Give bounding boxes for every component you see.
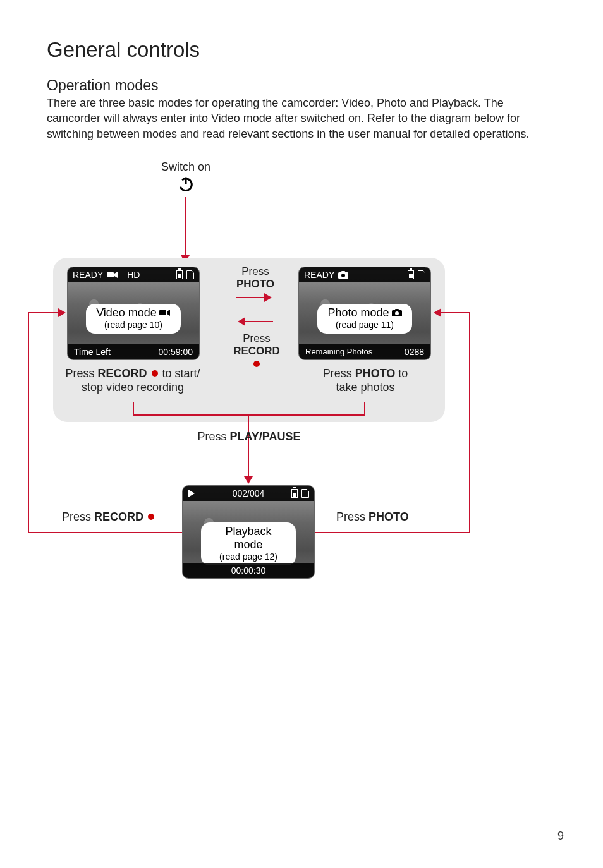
play-icon [188, 490, 195, 497]
record-button-label: RECORD [233, 345, 280, 357]
photo-mode-title: Photo mode [327, 306, 389, 320]
photo-mode-screen: READY Photo mode (read page 11) Remainin… [298, 267, 431, 360]
battery-icon [176, 270, 183, 279]
photo-mode-subtitle: (read page 11) [326, 320, 403, 330]
video-ready-label: READY [73, 270, 103, 280]
arrow-photo-to-video [244, 321, 273, 322]
camera-icon [392, 309, 402, 316]
remaining-photos-value: 0288 [405, 347, 424, 357]
svg-rect-2 [107, 272, 114, 277]
svg-rect-3 [159, 310, 166, 315]
sd-card-icon [418, 270, 425, 279]
switch-on-label: Switch on [161, 160, 210, 173]
flow-line [133, 402, 134, 414]
record-dot-icon [152, 370, 158, 377]
arrow-head-icon [434, 308, 441, 317]
intro-paragraph: There are three basic modes for operatin… [47, 95, 556, 142]
time-left-label: Time Left [74, 347, 111, 357]
flow-line [28, 312, 29, 533]
arrow-head-icon [238, 317, 245, 326]
flow-line [469, 312, 470, 533]
battery-icon [408, 270, 414, 279]
press-photo-side-label: Press PHOTO [336, 510, 409, 523]
time-left-value: 00:59:00 [159, 347, 193, 357]
mode-flow-diagram: Switch on READY HD Video m [47, 167, 556, 622]
sd-card-icon [302, 489, 309, 498]
flow-line [133, 414, 365, 416]
press-label: Press [241, 265, 269, 277]
flow-line [28, 312, 59, 313]
record-dot-icon [253, 361, 260, 367]
video-camera-icon [159, 309, 171, 316]
power-icon [177, 175, 195, 193]
playback-counter: 002/004 [233, 488, 265, 498]
video-camera-icon [107, 271, 118, 279]
svg-rect-5 [341, 271, 345, 273]
flow-line [364, 402, 365, 414]
flow-line [315, 532, 470, 533]
photo-ready-label: READY [304, 270, 334, 280]
svg-rect-8 [395, 309, 399, 311]
page-number: 9 [557, 829, 564, 843]
svg-point-9 [395, 311, 399, 315]
press-label: Press [243, 332, 270, 344]
press-record-side-label: Press RECORD [62, 510, 155, 523]
video-mode-screen: READY HD Video mode (read page 10) Time … [67, 267, 200, 360]
video-mode-subtitle: (read page 10) [95, 320, 172, 330]
section-heading: Operation modes [47, 77, 556, 94]
battery-icon [291, 489, 298, 498]
playback-time: 00:00:30 [231, 565, 266, 576]
flow-line [248, 414, 249, 478]
photo-caption-line2: take photos [336, 381, 394, 394]
video-mode-title: Video mode [96, 306, 157, 320]
camera-icon [338, 271, 348, 279]
video-caption-line1: Press RECORD to start/ [65, 367, 200, 380]
record-dot-icon [148, 514, 154, 520]
video-hd-label: HD [127, 270, 140, 280]
flow-line [28, 532, 182, 533]
arrow-head-icon [264, 293, 272, 302]
photo-caption-line1: Press PHOTO to [323, 367, 408, 380]
playback-mode-title: Playback mode [210, 525, 287, 552]
arrow-head-icon [244, 476, 253, 484]
press-play-pause-label: Press PLAY/PAUSE [197, 430, 300, 443]
page-title: General controls [47, 38, 556, 62]
flow-line [440, 312, 470, 313]
photo-button-label: PHOTO [236, 278, 274, 290]
playback-mode-subtitle: (read page 12) [210, 552, 287, 562]
svg-point-6 [341, 274, 345, 277]
arrow-video-to-photo [236, 297, 265, 298]
video-caption-line2: stop video recording [82, 381, 184, 394]
remaining-photos-label: Remaining Photos [305, 347, 372, 356]
playback-mode-screen: 002/004 Playback mode (read page 12) 00:… [182, 485, 315, 579]
arrow-head-icon [58, 308, 66, 317]
arrow-switchon-to-video [185, 197, 186, 256]
sd-card-icon [186, 270, 194, 279]
